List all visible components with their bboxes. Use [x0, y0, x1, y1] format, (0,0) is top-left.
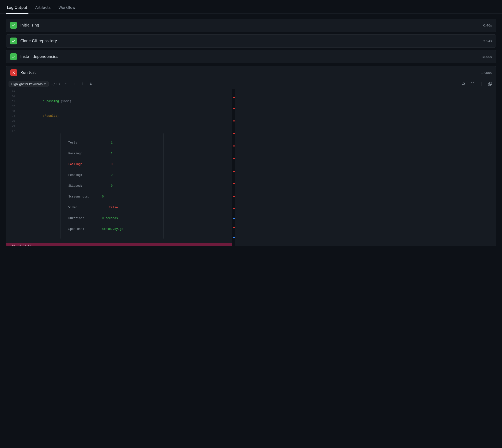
- nav-down-button[interactable]: ↓: [71, 81, 77, 87]
- log-line: 79: [6, 89, 232, 94]
- highlight-label: Highlight for keywords: [11, 82, 43, 86]
- run-test-time: 17.00s: [481, 71, 492, 75]
- log-wrapper: 79 80 81 1 passing (95ms) 82: [6, 89, 496, 246]
- nav-bottom-button[interactable]: ⇓: [88, 81, 94, 87]
- step-status-icon-initializing: [10, 22, 17, 29]
- step-status-icon-install: [10, 53, 17, 60]
- filter-icon: ▾: [44, 82, 46, 86]
- log-line: 85: [6, 118, 232, 123]
- step-time-clone: 2.54s: [483, 39, 492, 43]
- log-line: 82: [6, 104, 232, 109]
- step-install[interactable]: Install dependencies 18.00s: [6, 50, 496, 63]
- step-label-clone: Clone Git repository: [20, 39, 483, 43]
- log-content[interactable]: 79 80 81 1 passing (95ms) 82: [6, 89, 232, 246]
- step-clone[interactable]: Clone Git repository 2.54s: [6, 34, 496, 48]
- tab-artifacts[interactable]: Artifacts: [34, 3, 52, 14]
- nav-count: - / 13: [50, 82, 61, 86]
- split-view-button[interactable]: [478, 80, 485, 87]
- run-test-label: Run test: [21, 70, 481, 75]
- copy-log-button[interactable]: [487, 80, 493, 87]
- step-time-initializing: 0.46s: [483, 24, 492, 27]
- log-toolbar: Highlight for keywords ▾ - / 13 ↑ ↓ ⇑ ⇓: [6, 79, 496, 89]
- log-line: 83: [6, 109, 232, 113]
- log-line-81: 81 1 passing (95ms): [6, 99, 232, 104]
- log-line: 86: [6, 123, 232, 128]
- expand-button[interactable]: [469, 80, 476, 87]
- step-label-install: Install dependencies: [20, 54, 481, 59]
- search-button[interactable]: [460, 80, 467, 87]
- log-line-89: 89 10:52:12: [6, 243, 232, 246]
- run-test-header[interactable]: Run test 17.00s: [6, 66, 496, 79]
- run-test-panel: Run test 17.00s Highlight for keywords ▾…: [6, 66, 496, 246]
- step-initializing[interactable]: Initializing 0.46s: [6, 19, 496, 32]
- highlight-keywords-button[interactable]: Highlight for keywords ▾: [9, 81, 48, 87]
- scroll-markers: [232, 89, 235, 246]
- nav-up-button[interactable]: ↑: [63, 81, 69, 87]
- step-label-initializing: Initializing: [20, 23, 483, 28]
- step-status-icon-clone: [10, 37, 17, 44]
- tab-workflow[interactable]: Workflow: [58, 3, 76, 14]
- log-line-84: 84 (Results): [6, 113, 232, 118]
- log-line: 80: [6, 94, 232, 99]
- tab-log-output[interactable]: Log Output: [6, 3, 29, 14]
- nav-top-button[interactable]: ⇑: [79, 81, 86, 87]
- step-time-install: 18.00s: [481, 55, 492, 59]
- main-content: Initializing 0.46s Clone Git repository …: [0, 14, 502, 251]
- step-status-icon-run-test: [10, 69, 17, 76]
- header-tabs: Log Output Artifacts Workflow: [0, 0, 502, 14]
- log-line-87: 87 Tests: 1 Passing: 1 Failing: 0 Pendin…: [6, 128, 232, 243]
